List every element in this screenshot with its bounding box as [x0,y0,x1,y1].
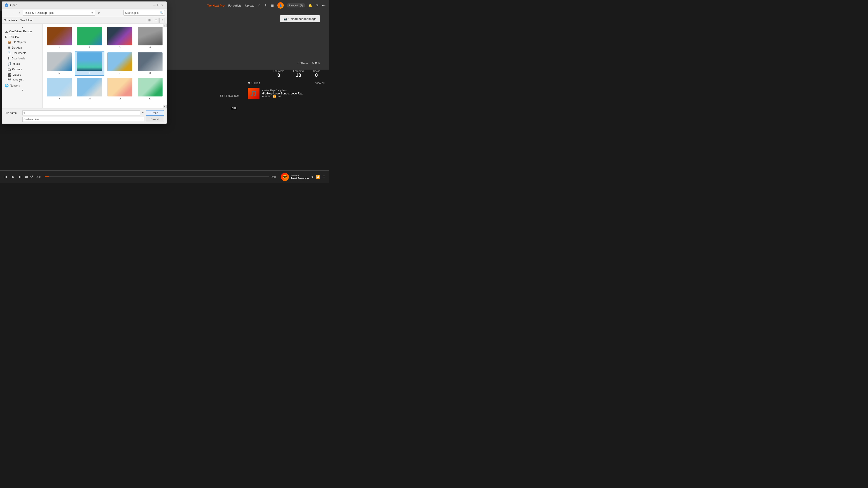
image-thumb-2 [77,27,102,45]
image-item-6[interactable]: 6 [75,51,104,76]
sidebar-item-desktop[interactable]: 🖥 Desktop [2,45,42,51]
dialog-content: 123456789101112 ▲ ▼ [43,24,166,108]
organize-button[interactable]: Organize ▼ [4,19,18,22]
new-folder-button[interactable]: New folder [20,19,33,22]
view-detail-button[interactable]: ☰ [153,18,158,23]
sidebar-item-pictures[interactable]: 🖼 Pictures [2,67,42,72]
dialog-titlebar: ● Open — ☐ ✕ [2,2,166,9]
file-dialog: ● Open — ☐ ✕ ← → ↑ This PC › Desktop › p… [2,1,167,124]
forward-button[interactable]: → [10,10,16,15]
sidebar-item-thispc[interactable]: 🖥 This PC [2,34,42,39]
minimize-button[interactable]: — [153,4,156,7]
filename-input[interactable] [22,110,140,116]
content-scroll-up[interactable]: ▲ [163,24,166,27]
image-label-4: 4 [149,46,151,49]
dialog-sidebar: ▲ ☁ OneDrive - Person 🖥 This PC 📦 3D Obj… [2,24,43,108]
breadcrumb-sep-1: › [35,11,36,14]
image-item-3[interactable]: 3 [105,26,134,50]
filename-field-row: File name: ▼ [5,110,144,116]
breadcrumb-pics: pics [50,11,54,14]
image-thumb-5 [47,53,72,71]
desktop-icon: 🖥 [7,46,11,50]
image-item-5[interactable]: 5 [44,51,74,76]
up-button[interactable]: ↑ [17,10,22,15]
help-button[interactable]: ? [159,18,165,23]
image-label-12: 12 [149,97,151,100]
view-buttons: ▦ ☰ ? [147,18,165,23]
refresh-button[interactable]: ↻ [96,10,101,15]
image-item-2[interactable]: 2 [75,26,104,50]
sidebar-item-acerc[interactable]: 💾 Acer (C:) [2,77,42,83]
image-label-2: 2 [89,46,90,49]
breadcrumb-chevron: ▼ [91,11,94,14]
image-item-10[interactable]: 10 [75,76,104,101]
3dobjects-icon: 📦 [7,40,11,44]
onedrive-icon: ☁ [5,30,8,33]
sidebar-item-3dobjects[interactable]: 📦 3D Objects [2,39,42,45]
breadcrumb-sep-2: › [48,11,49,14]
sidebar-item-videos[interactable]: 🎬 Videos [2,72,42,77]
image-thumb-9 [47,78,72,96]
filetype-select[interactable]: Custom Files [22,117,144,122]
dialog-footer: File name: ▼ Custom Files Open Cancel [2,108,166,124]
search-icon: 🔍 [160,11,163,14]
image-item-7[interactable]: 7 [105,51,134,76]
window-buttons: — ☐ ✕ [153,4,164,7]
sidebar-item-network[interactable]: 🌐 Network [2,83,42,88]
breadcrumb[interactable]: This PC › Desktop › pics ▼ [23,10,95,15]
image-thumb-4 [138,27,162,45]
image-thumb-1 [47,27,72,45]
sidebar-scroll-down[interactable]: ▼ [2,88,42,92]
image-label-9: 9 [59,97,60,100]
open-button[interactable]: Open [146,110,164,116]
dialog-toolbar: ← → ↑ This PC › Desktop › pics ▼ ↻ 🔍 [2,9,166,17]
image-item-4[interactable]: 4 [135,26,165,50]
sidebar-scroll-up[interactable]: ▲ [2,25,42,29]
breadcrumb-desktop: Desktop [37,11,47,14]
filename-dropdown-icon[interactable]: ▼ [142,111,144,114]
image-label-8: 8 [149,72,151,74]
image-grid: 123456789101112 [43,24,166,103]
image-item-1[interactable]: 1 [44,26,74,50]
image-thumb-7 [107,53,132,71]
search-field[interactable]: 🔍 [123,10,165,15]
file-dialog-overlay: ● Open — ☐ ✕ ← → ↑ This PC › Desktop › p… [0,0,329,183]
image-item-9[interactable]: 9 [44,76,74,101]
image-item-12[interactable]: 12 [135,76,165,101]
cancel-button[interactable]: Cancel [146,117,164,122]
breadcrumb-thispc: This PC [24,11,34,14]
sidebar-item-onedrive[interactable]: ☁ OneDrive - Person [2,29,42,34]
image-item-8[interactable]: 8 [135,51,165,76]
image-thumb-6 [77,53,102,71]
sidebar-item-music[interactable]: 🎵 Music [2,61,42,67]
pictures-icon: 🖼 [7,68,11,71]
image-label-3: 3 [119,46,121,49]
filename-row: File name: ▼ Custom Files [5,110,144,122]
action-buttons: Open Cancel [146,110,164,122]
image-label-1: 1 [59,46,60,49]
image-thumb-10 [77,78,102,96]
back-button[interactable]: ← [4,10,9,15]
maximize-button[interactable]: ☐ [157,4,160,7]
image-item-11[interactable]: 11 [105,76,134,101]
search-input[interactable] [125,11,159,14]
network-icon: 🌐 [5,84,8,88]
view-grid-button[interactable]: ▦ [147,18,152,23]
image-label-10: 10 [88,97,91,100]
organize-bar: Organize ▼ New folder ▦ ☰ ? [2,17,166,24]
image-label-6: 6 [89,72,90,74]
image-thumb-3 [107,27,132,45]
filetype-select-wrapper: Custom Files [22,117,144,122]
content-scroll-down[interactable]: ▼ [163,105,166,108]
dialog-title: Open [10,3,151,7]
sidebar-item-documents[interactable]: 📄 Documents [2,51,42,56]
downloads-icon: ⬇ [7,57,10,60]
close-button[interactable]: ✕ [161,4,164,7]
image-thumb-8 [138,53,162,71]
thispc-icon: 🖥 [5,35,8,39]
music-icon: 🎵 [7,62,11,66]
image-label-11: 11 [119,97,121,100]
filetype-field-row: Custom Files [5,117,144,122]
sidebar-item-downloads[interactable]: ⬇ Downloads [2,56,42,61]
image-label-7: 7 [119,72,121,74]
